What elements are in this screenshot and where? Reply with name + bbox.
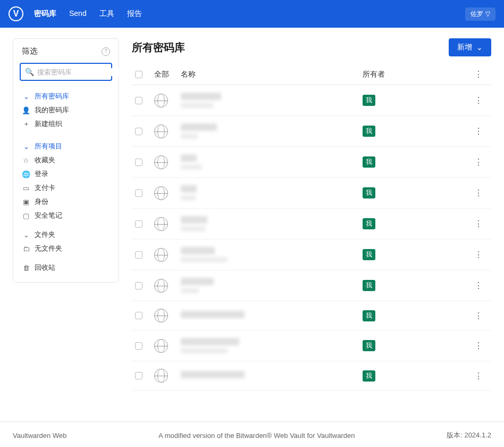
item-name-cell[interactable]	[181, 93, 363, 108]
sidebar-all-items[interactable]: ⌄ 所有项目	[21, 139, 111, 153]
nav-vault[interactable]: 密码库	[34, 9, 56, 19]
item-name-cell[interactable]	[181, 278, 363, 293]
search-input[interactable]	[37, 68, 127, 76]
item-subtitle	[181, 288, 199, 293]
table-row: 我 ⋮	[132, 361, 491, 391]
content-header: 所有密码库 新增 ⌄	[132, 38, 491, 56]
help-icon[interactable]: ?	[102, 47, 110, 56]
user-label: 佐罗	[471, 10, 483, 19]
footer-right: 版本: 2024.1.2	[447, 431, 491, 440]
top-navigation: V 密码库 Send 工具 报告 佐罗 ▽	[0, 0, 504, 28]
globe-icon	[154, 339, 168, 353]
main-container: 筛选 ? 🔍 ⌄ 所有密码库 👤 我的密码库 ＋ 新建组织	[0, 28, 504, 421]
item-name-cell[interactable]	[181, 247, 363, 262]
globe-icon	[154, 279, 168, 293]
sidebar-trash[interactable]: 🗑 回收站	[21, 261, 111, 275]
folder-icon: 🗀	[22, 245, 30, 253]
table-row: 我 ⋮	[132, 270, 491, 301]
row-checkbox[interactable]	[135, 189, 142, 197]
logo-icon[interactable]: V	[9, 6, 23, 21]
identity-icon: ▣	[22, 198, 30, 206]
owner-badge: 我	[363, 310, 375, 321]
row-menu-icon[interactable]: ⋮	[469, 250, 488, 260]
row-menu-icon[interactable]: ⋮	[469, 311, 488, 321]
item-name-cell[interactable]	[181, 123, 363, 139]
filter-title: 筛选	[22, 46, 38, 56]
new-button[interactable]: 新增 ⌄	[449, 38, 491, 56]
row-checkbox[interactable]	[135, 159, 142, 166]
globe-icon	[154, 94, 168, 107]
select-all-checkbox[interactable]	[135, 71, 142, 78]
nav-send[interactable]: Send	[69, 9, 87, 19]
row-menu-icon[interactable]: ⋮	[469, 219, 488, 229]
table-row: 我 ⋮	[132, 147, 491, 178]
sidebar-note[interactable]: ▢ 安全笔记	[21, 209, 111, 222]
row-menu-icon[interactable]: ⋮	[469, 280, 488, 291]
table-row: 我 ⋮	[132, 85, 491, 116]
row-checkbox[interactable]	[135, 282, 142, 289]
item-name-cell[interactable]	[181, 216, 363, 231]
table-row: 我 ⋮	[132, 239, 491, 270]
row-menu-icon[interactable]: ⋮	[469, 95, 488, 105]
row-menu-icon[interactable]: ⋮	[469, 157, 488, 167]
item-subtitle	[181, 164, 202, 170]
sidebar-login[interactable]: 🌐 登录	[21, 167, 111, 181]
item-name-cell[interactable]	[181, 154, 363, 170]
header-menu-icon[interactable]: ⋮	[469, 69, 488, 79]
table-row: 我 ⋮	[132, 116, 491, 147]
item-subtitle	[181, 134, 198, 139]
row-checkbox[interactable]	[135, 97, 142, 104]
row-checkbox[interactable]	[135, 342, 142, 350]
owner-badge: 我	[363, 249, 375, 260]
item-name	[181, 278, 214, 285]
sidebar-my-vault[interactable]: 👤 我的密码库	[21, 103, 111, 117]
sidebar-favorites[interactable]: ☆ 收藏夹	[21, 153, 111, 167]
row-checkbox[interactable]	[135, 372, 142, 379]
sidebar-no-folder[interactable]: 🗀 无文件夹	[21, 242, 111, 255]
row-checkbox[interactable]	[135, 312, 142, 319]
chevron-down-icon: ⌄	[22, 143, 30, 151]
column-owner[interactable]: 所有者	[363, 70, 469, 79]
row-checkbox[interactable]	[135, 128, 142, 135]
item-name	[181, 311, 245, 318]
owner-badge: 我	[363, 156, 375, 168]
item-subtitle	[181, 195, 196, 201]
row-menu-icon[interactable]: ⋮	[469, 126, 488, 136]
item-name-cell[interactable]	[181, 371, 363, 381]
column-name[interactable]: 名称	[181, 70, 363, 79]
owner-badge: 我	[363, 280, 375, 291]
item-name-cell[interactable]	[181, 185, 363, 201]
nav-tools[interactable]: 工具	[99, 9, 114, 19]
item-name	[181, 371, 245, 378]
sidebar-card[interactable]: ▭ 支付卡	[21, 181, 111, 195]
note-icon: ▢	[22, 212, 30, 220]
user-menu[interactable]: 佐罗 ▽	[465, 7, 495, 21]
item-name-cell[interactable]	[181, 311, 363, 321]
row-menu-icon[interactable]: ⋮	[469, 341, 488, 351]
item-name	[181, 216, 207, 224]
sidebar-folders[interactable]: ⌄ 文件夹	[21, 228, 111, 242]
sidebar-new-org[interactable]: ＋ 新建组织	[21, 117, 111, 131]
card-icon: ▭	[22, 184, 30, 192]
search-box[interactable]: 🔍	[20, 63, 112, 81]
globe-icon: 🌐	[22, 170, 30, 178]
row-menu-icon[interactable]: ⋮	[469, 371, 488, 381]
row-checkbox[interactable]	[135, 251, 142, 259]
content-area: 所有密码库 新增 ⌄ 全部 名称 所有者 ⋮ 我 ⋮	[132, 38, 491, 415]
row-menu-icon[interactable]: ⋮	[469, 188, 488, 198]
table-row: 我 ⋮	[132, 301, 491, 330]
sidebar-identity[interactable]: ▣ 身份	[21, 195, 111, 209]
column-all[interactable]: 全部	[154, 70, 181, 79]
nav-items: 密码库 Send 工具 报告	[34, 9, 465, 19]
table-header: 全部 名称 所有者 ⋮	[132, 64, 491, 85]
nav-reports[interactable]: 报告	[127, 9, 142, 19]
globe-icon	[154, 186, 168, 200]
sidebar-all-vaults[interactable]: ⌄ 所有密码库	[21, 89, 111, 103]
item-subtitle	[181, 257, 228, 262]
table-row: 我 ⋮	[132, 209, 491, 239]
owner-badge: 我	[363, 187, 375, 198]
row-checkbox[interactable]	[135, 220, 142, 228]
table-body: 我 ⋮ 我 ⋮ 我 ⋮ 我 ⋮ 我	[132, 85, 491, 391]
item-name-cell[interactable]	[181, 338, 363, 353]
trash-icon: 🗑	[22, 264, 30, 272]
